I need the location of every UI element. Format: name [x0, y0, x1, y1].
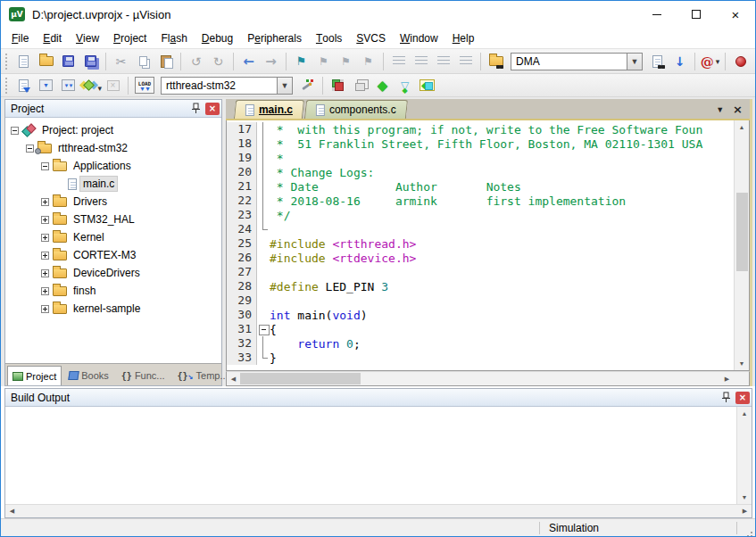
redo-button[interactable] — [208, 52, 228, 71]
build-button[interactable] — [36, 76, 56, 95]
manage-rte-button[interactable] — [372, 76, 393, 95]
scroll-right-icon[interactable]: ▶ — [720, 372, 734, 385]
tab-list-dropdown-icon[interactable]: ▼ — [716, 105, 724, 114]
unindent-button[interactable] — [411, 52, 431, 71]
menu-item-edit[interactable]: Edit — [36, 28, 69, 48]
scroll-down-icon[interactable]: ▼ — [735, 357, 749, 370]
menu-item-svcs[interactable]: SVCS — [349, 28, 393, 48]
menu-item-project[interactable]: Project — [106, 28, 154, 48]
scroll-down-icon[interactable]: ▼ — [737, 491, 752, 504]
tree-item-project-project[interactable]: Project: project — [5, 121, 221, 139]
copy-button[interactable] — [133, 52, 154, 71]
tree-item-cortex-m3[interactable]: CORTEX-M3 — [5, 246, 221, 264]
close-button[interactable]: × — [716, 1, 755, 28]
navigate-forward-button[interactable] — [261, 52, 281, 71]
menu-item-debug[interactable]: Debug — [195, 28, 240, 48]
menu-item-view[interactable]: View — [69, 28, 106, 48]
select-packs-button[interactable] — [395, 76, 415, 95]
scroll-up-icon[interactable]: ▲ — [735, 120, 749, 134]
navigate-back-button[interactable] — [238, 52, 259, 71]
panel-tab-project[interactable]: Project — [7, 366, 62, 385]
tree-item-rtthread-stm32[interactable]: rtthread-stm32 — [5, 139, 221, 157]
editor-tab-main-c[interactable]: main.c — [234, 100, 304, 119]
editor-tab-components-c[interactable]: components.c — [304, 100, 408, 119]
tab-close-icon[interactable]: × — [733, 103, 743, 115]
save-all-button[interactable] — [80, 52, 101, 71]
save-button[interactable] — [58, 52, 79, 71]
tree-item-applications[interactable]: Applications — [5, 157, 221, 175]
editor-horizontal-scrollbar[interactable]: ◀ ▶ — [226, 371, 750, 386]
tree-item-kernel-sample[interactable]: kernel-sample — [5, 300, 221, 318]
stop-build-button[interactable]: × — [103, 76, 123, 95]
toolbar-grip[interactable] — [5, 78, 10, 94]
expand-icon[interactable] — [41, 234, 49, 242]
combo-dropdown-button[interactable]: ▼ — [277, 77, 293, 95]
pin-button[interactable] — [719, 391, 733, 404]
build-output-horizontal-scrollbar[interactable]: ◀ ▶ — [5, 504, 752, 517]
vertical-scroll-thumb[interactable] — [736, 193, 748, 271]
cut-button[interactable] — [111, 52, 131, 71]
tree-item-drivers[interactable]: Drivers — [5, 193, 221, 211]
translate-button[interactable] — [13, 76, 34, 95]
expand-icon[interactable] — [41, 269, 49, 277]
resize-grip[interactable] — [737, 519, 755, 536]
find-next-button[interactable] — [669, 52, 690, 71]
bookmark-next-button[interactable] — [313, 52, 334, 71]
search-combo[interactable]: DMA▼ — [511, 53, 643, 70]
bookmark-prev-button[interactable] — [336, 52, 356, 71]
menu-item-peripherals[interactable]: Peripherals — [240, 28, 309, 48]
pin-button[interactable] — [188, 102, 203, 115]
uncomment-button[interactable] — [455, 52, 476, 71]
target-value[interactable]: rtthread-stm32 — [161, 77, 277, 95]
new-file-button[interactable] — [13, 52, 34, 71]
target-select[interactable]: rtthread-stm32▼ — [161, 77, 293, 95]
collapse-icon[interactable] — [41, 162, 49, 170]
load-button[interactable]: LOAD▼▼ — [133, 76, 156, 95]
combo-dropdown-button[interactable]: ▼ — [627, 53, 643, 70]
tree-item-devicedrivers[interactable]: DeviceDrivers — [5, 264, 221, 282]
tree-item-kernel[interactable]: Kernel — [5, 228, 221, 246]
horizontal-scroll-thumb[interactable] — [240, 373, 361, 384]
menu-item-window[interactable]: Window — [393, 28, 445, 48]
expand-icon[interactable] — [41, 287, 49, 295]
build-output-content[interactable] — [5, 407, 736, 504]
build-output-close-button[interactable]: × — [735, 392, 750, 404]
fold-collapse-icon[interactable] — [257, 322, 270, 336]
undo-button[interactable] — [186, 52, 206, 71]
search-input[interactable]: DMA — [511, 53, 627, 70]
tree-item-finsh[interactable]: finsh — [5, 282, 221, 300]
minimize-button[interactable] — [637, 1, 677, 28]
tree-item-stm32-hal[interactable]: STM32_HAL — [5, 211, 221, 228]
scroll-left-icon[interactable]: ◀ — [5, 505, 19, 517]
collapse-icon[interactable] — [26, 145, 34, 153]
scroll-right-icon[interactable]: ▶ — [738, 505, 752, 517]
manage-project-items-button[interactable] — [297, 76, 318, 95]
comment-button[interactable] — [433, 52, 453, 71]
bookmark-clear-button[interactable] — [358, 52, 378, 71]
indent-button[interactable] — [388, 52, 409, 71]
maximize-button[interactable] — [677, 1, 716, 28]
batch-build-button[interactable] — [80, 76, 101, 95]
find-in-files-button[interactable] — [486, 52, 506, 71]
collapse-icon[interactable] — [11, 127, 19, 135]
project-panel-close-button[interactable]: × — [205, 103, 220, 115]
breakpoint-toggle-button[interactable] — [730, 52, 751, 71]
menu-item-flash[interactable]: Flash — [154, 28, 194, 48]
code-editor[interactable]: 17 * with this program; if not, write to… — [227, 120, 734, 370]
breakpoint-disable-button[interactable] — [752, 52, 756, 71]
panel-tab-books[interactable]: Books — [63, 366, 114, 385]
tree-item-main-c[interactable]: main.c — [5, 175, 221, 193]
menu-item-tools[interactable]: Tools — [309, 28, 349, 48]
open-file-button[interactable] — [36, 52, 56, 71]
expand-icon[interactable] — [41, 198, 49, 206]
expand-icon[interactable] — [41, 216, 49, 224]
toolbar-grip[interactable] — [5, 54, 10, 70]
rebuild-button[interactable] — [58, 76, 79, 95]
find-all-button[interactable] — [700, 52, 720, 71]
file-extensions-button[interactable] — [350, 76, 370, 95]
paste-button[interactable] — [155, 52, 176, 71]
document-find-button[interactable] — [647, 52, 668, 71]
options-for-target-button[interactable] — [328, 76, 348, 95]
menu-item-help[interactable]: Help — [445, 28, 482, 48]
build-output-vertical-scrollbar[interactable]: ▲ ▼ — [736, 407, 752, 504]
